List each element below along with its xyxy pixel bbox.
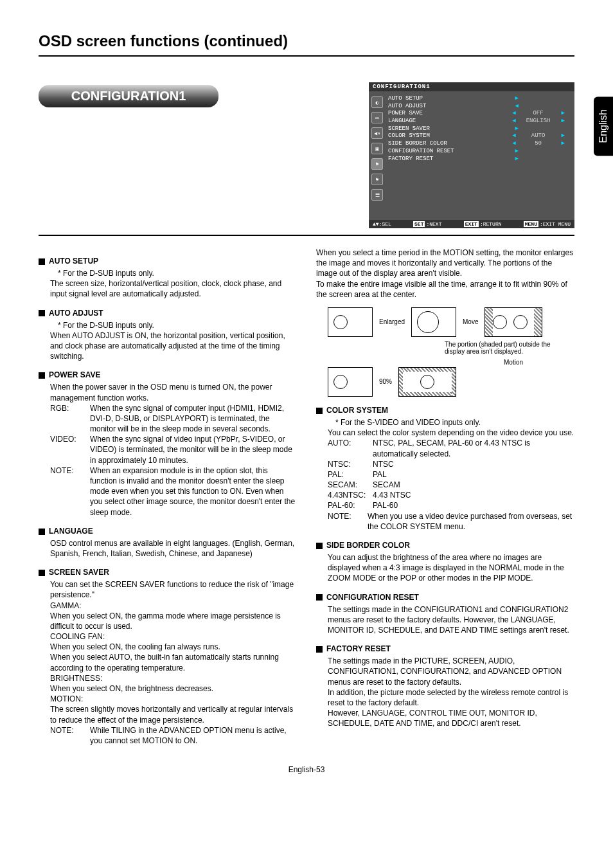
body-text: However, LANGUAGE, CONTROL TIME OUT, MON… xyxy=(328,708,574,728)
body-text: When you use a video device purchased fr… xyxy=(368,511,574,532)
label: NTSC: xyxy=(328,459,373,469)
label-motion: Motion xyxy=(316,359,523,366)
body-text: The screen slightly moves horizontally a… xyxy=(50,704,297,725)
osd-item: CONFIGURATION RESET xyxy=(388,148,511,156)
osd-title: CONFIGURATION1 xyxy=(369,82,574,91)
body-text: When you select ON, the gamma mode where… xyxy=(50,611,297,631)
left-column: AUTO SETUP * For the D-SUB inputs only. … xyxy=(39,248,297,746)
body-text: In addition, the picture mode selected b… xyxy=(328,687,574,708)
osd-screenshot: CONFIGURATION1 ◐ ▭ ◀» ▣ ⚑ ⚑ ☰ AUTO SETUP… xyxy=(369,82,574,228)
body-text: OSD control menus are available in eight… xyxy=(50,538,297,559)
osd-sidebar-icons: ◐ ▭ ◀» ▣ ⚑ ⚑ ☰ xyxy=(371,96,383,201)
body-text: When the sync signal of video input (YPb… xyxy=(90,434,297,466)
body-text: NTSC xyxy=(373,459,394,469)
diagram-note: The portion (shaded part) outside the di… xyxy=(445,341,560,355)
body-text: When an expansion module is in the optio… xyxy=(90,466,297,518)
osd-icon: ☰ xyxy=(371,189,383,201)
body-text: The screen size, horizontal/vertical pos… xyxy=(50,278,297,299)
heading-auto-setup: AUTO SETUP xyxy=(39,257,297,266)
heading-auto-adjust: AUTO ADJUST xyxy=(39,309,297,318)
language-side-tab: English xyxy=(594,96,613,156)
label-move: Move xyxy=(463,318,478,325)
osd-icon: ⚑ xyxy=(371,158,383,170)
body-text: NTSC, PAL, SECAM, PAL-60 or 4.43 NTSC is… xyxy=(373,438,574,458)
body-text: When you select ON, the brightness decre… xyxy=(50,683,297,694)
label: PAL-60: xyxy=(328,500,373,511)
divider xyxy=(39,235,574,236)
body-text: When you select a time period in the MOT… xyxy=(316,248,574,279)
note: * For the D-SUB inputs only. xyxy=(58,268,297,278)
osd-icon: ▭ xyxy=(371,112,383,123)
label: PAL: xyxy=(328,469,373,480)
body-text: When the power saver in the OSD menu is … xyxy=(50,382,297,402)
body-text: While TILING in the ADVANCED OPTION menu… xyxy=(90,725,297,746)
osd-item: POWER SAVE xyxy=(388,110,508,118)
heading-language: LANGUAGE xyxy=(39,527,297,536)
osd-item: SCREEN SAVER xyxy=(388,125,511,133)
motion-diagram-row2: 90% xyxy=(328,367,574,397)
page-number: English-53 xyxy=(39,765,574,774)
body-text: When the sync signal of computer input (… xyxy=(90,403,297,435)
label: VIDEO: xyxy=(50,434,90,466)
osd-icon: ◐ xyxy=(371,96,383,108)
body-text: You can set the SCREEN SAVER functions t… xyxy=(50,579,297,600)
label: 4.43NTSC: xyxy=(328,490,373,500)
label-enlarged: Enlarged xyxy=(379,318,405,325)
label: AUTO: xyxy=(328,438,373,458)
body-text: PAL-60 xyxy=(373,500,398,511)
osd-item: SIDE BORDER COLOR xyxy=(388,140,508,148)
body-text: To make the entire image visible all the… xyxy=(316,279,574,300)
body-text: SECAM xyxy=(373,480,400,490)
heading-color-system: COLOR SYSTEM xyxy=(316,406,574,415)
osd-icon: ⚑ xyxy=(371,174,383,185)
osd-item: FACTORY RESET xyxy=(388,156,511,163)
note: * For the S-VIDEO and VIDEO inputs only. xyxy=(335,417,574,428)
label: MOTION: xyxy=(50,694,297,704)
body-text: The settings made in the PICTURE, SCREEN… xyxy=(328,656,574,687)
label-ninety: 90% xyxy=(379,378,392,385)
osd-item: AUTO SETUP xyxy=(388,95,511,103)
label: NOTE: xyxy=(50,466,90,518)
body-text: You can adjust the brightness of the are… xyxy=(328,552,574,584)
heading-screen-saver: SCREEN SAVER xyxy=(39,568,297,577)
motion-diagram-row1: Enlarged Move xyxy=(328,307,574,337)
osd-icon: ◀» xyxy=(371,127,383,139)
body-text: PAL xyxy=(373,469,387,480)
body-text: 4.43 NTSC xyxy=(373,490,411,500)
osd-item: AUTO ADJUST xyxy=(388,103,511,111)
osd-item: LANGUAGE xyxy=(388,118,508,125)
label: GAMMA: xyxy=(50,601,297,611)
heading-power-save: POWER SAVE xyxy=(39,370,297,379)
body-text: The settings made in the CONFIGURATION1 … xyxy=(328,604,574,636)
body-text: When you select AUTO, the built-in fan a… xyxy=(50,652,297,673)
osd-footer: ▲▼:SEL SET:NEXT EXIT:RETURN MENU:EXIT ME… xyxy=(369,220,574,228)
label: SECAM: xyxy=(328,480,373,490)
body-text: When AUTO ADJUST is ON, the horizontal p… xyxy=(50,330,297,362)
right-column: When you select a time period in the MOT… xyxy=(316,248,574,746)
label: COOLING FAN: xyxy=(50,631,297,642)
label: RGB: xyxy=(50,403,90,435)
osd-menu-list: AUTO SETUP▶ AUTO ADJUST◀ POWER SAVE◀OFF▶… xyxy=(388,95,568,201)
heading-factory-reset: FACTORY RESET xyxy=(316,644,574,653)
heading-side-border-color: SIDE BORDER COLOR xyxy=(316,541,574,550)
section-pill-configuration1: CONFIGURATION1 xyxy=(39,85,218,107)
label: NOTE: xyxy=(328,511,368,532)
body-text: You can select the color system dependin… xyxy=(328,428,574,438)
body-text: When you select ON, the cooling fan alwa… xyxy=(50,642,297,652)
note: * For the D-SUB inputs only. xyxy=(58,320,297,330)
page-title: OSD screen functions (continued) xyxy=(39,32,574,57)
osd-icon: ▣ xyxy=(371,143,383,154)
heading-configuration-reset: CONFIGURATION RESET xyxy=(316,593,574,602)
osd-item: COLOR SYSTEM xyxy=(388,132,508,140)
label: NOTE: xyxy=(50,725,90,746)
label: BRIGHTNESS: xyxy=(50,673,297,683)
